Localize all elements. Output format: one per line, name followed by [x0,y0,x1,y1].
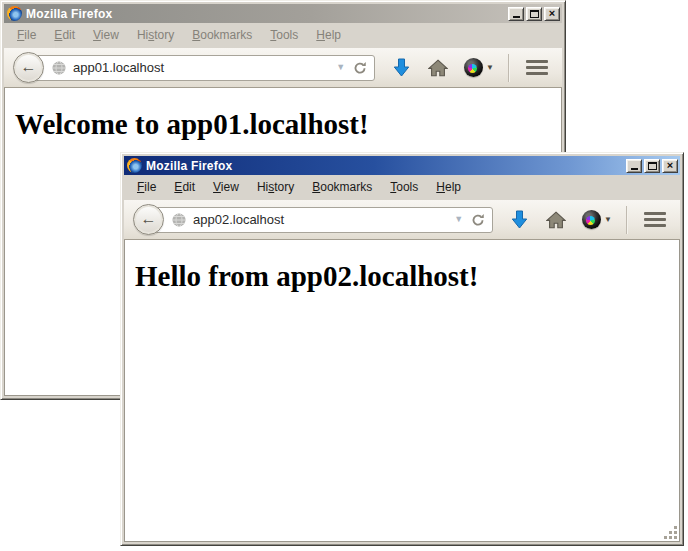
maximize-icon [648,162,657,170]
menu-edit[interactable]: Edit [165,177,204,198]
grip-dot [674,526,677,529]
url-bar[interactable]: app02.localhost ▼ [151,207,493,233]
window-title: Mozilla Firefox [146,159,622,173]
minimize-icon [631,168,638,170]
menubar: File Edit View History Bookmarks Tools H… [4,23,562,48]
resize-grip[interactable] [664,526,677,539]
window-frame: Mozilla Firefox × File Edit View History… [124,156,680,542]
menu-file[interactable]: File [128,177,165,198]
content-area: Hello from app02.localhost! [124,240,680,542]
maximize-icon [530,10,539,18]
back-button[interactable]: ← [13,52,44,83]
menubar: File Edit View History Bookmarks Tools H… [124,175,680,200]
menu-label-part: Hi [137,28,148,42]
downloads-button[interactable] [393,58,410,77]
search-engine-button[interactable]: ▼ [582,210,612,229]
menu-label-part: elp [445,180,461,194]
url-group: ← app01.localhost ▼ [13,52,375,83]
grip-dot [669,536,672,539]
search-engine-button[interactable]: ▼ [464,58,494,77]
minimize-icon [513,16,520,18]
url-bar[interactable]: app01.localhost ▼ [31,55,375,81]
close-button[interactable]: × [544,7,560,21]
menu-help[interactable]: Help [307,25,350,46]
reload-icon [353,61,367,75]
reload-button[interactable] [351,61,367,75]
home-button[interactable] [428,59,448,77]
menu-label-part: ookmarks [200,28,252,42]
window-app02[interactable]: Mozilla Firefox × File Edit View History… [120,152,684,546]
menu-help[interactable]: Help [427,177,470,198]
toolbar-icons: ▼ [393,54,553,82]
reload-button[interactable] [469,213,485,227]
home-icon [546,211,566,229]
menu-tools[interactable]: Tools [381,177,427,198]
url-text: app02.localhost [193,212,448,227]
hamburger-icon [526,72,548,75]
grip-dot [674,536,677,539]
grip-dot [674,531,677,534]
menu-label-part: H [316,28,325,42]
menu-label-part: tory [274,180,294,194]
navigation-toolbar: ← app01.localhost ▼ [4,48,562,88]
menu-bookmarks[interactable]: Bookmarks [183,25,261,46]
maximize-button[interactable] [644,159,660,173]
hamburger-icon [526,60,548,63]
search-engine-icon [582,210,601,229]
close-button[interactable]: × [662,159,678,173]
menu-label-part: V [93,28,101,42]
menu-history[interactable]: History [248,177,303,198]
menu-view[interactable]: View [204,177,248,198]
maximize-button[interactable] [526,7,542,21]
menu-view[interactable]: View [84,25,128,46]
home-button[interactable] [546,211,566,229]
download-icon [511,210,528,229]
menu-label-part: ools [396,180,418,194]
download-icon [393,58,410,77]
window-title: Mozilla Firefox [26,7,504,21]
page-heading: Hello from app02.localhost! [135,260,679,293]
downloads-button[interactable] [511,210,528,229]
menu-file[interactable]: File [8,25,45,46]
url-dropdown-icon[interactable]: ▼ [454,215,463,224]
menu-bookmarks[interactable]: Bookmarks [303,177,381,198]
menu-history[interactable]: History [128,25,183,46]
hamburger-icon [526,66,548,69]
titlebar[interactable]: Mozilla Firefox × [124,156,680,175]
firefox-logo-icon [127,158,142,173]
grip-dot [664,536,667,539]
menu-tools[interactable]: Tools [261,25,307,46]
back-button[interactable]: ← [133,204,164,235]
titlebar[interactable]: Mozilla Firefox × [4,4,562,23]
hamburger-icon [644,224,666,227]
menu-edit[interactable]: Edit [45,25,84,46]
menu-label-part: tory [154,28,174,42]
url-group: ← app02.localhost ▼ [133,204,493,235]
back-icon: ← [21,59,37,75]
menu-label-part: ile [144,180,156,194]
menu-panel-button[interactable] [639,208,671,231]
url-text: app01.localhost [73,60,330,75]
menu-label-part: dit [182,180,195,194]
menu-label-part: ile [24,28,36,42]
menu-label-part: H [436,180,445,194]
menu-label-part: elp [325,28,341,42]
minimize-button[interactable] [626,159,642,173]
globe-icon [51,60,67,76]
search-caret-icon: ▼ [486,64,494,72]
search-engine-icon [464,58,483,77]
minimize-button[interactable] [508,7,524,21]
close-icon: × [667,160,673,171]
menu-panel-button[interactable] [521,56,553,79]
grip-dot [669,531,672,534]
search-caret-icon: ▼ [604,216,612,224]
reload-icon [471,213,485,227]
window-controls: × [626,159,678,173]
url-dropdown-icon[interactable]: ▼ [336,63,345,72]
toolbar-icons: ▼ [511,206,671,234]
toolbar-separator [626,206,627,234]
menu-label-part: ools [276,28,298,42]
menu-label-part: dit [62,28,75,42]
close-icon: × [549,8,555,19]
menu-label-part: V [213,180,221,194]
